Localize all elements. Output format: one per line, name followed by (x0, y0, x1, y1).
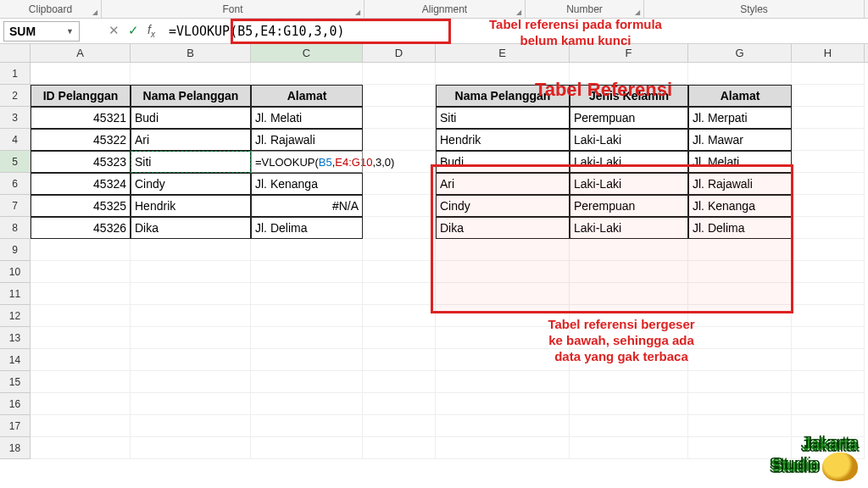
cell-D[interactable] (363, 217, 436, 239)
cell-C[interactable] (251, 305, 363, 327)
ribbon-group-styles[interactable]: Styles (644, 0, 865, 18)
cell-H[interactable] (792, 217, 865, 239)
cell-E[interactable]: Cindy (436, 195, 570, 217)
formula-cancel-button[interactable]: ✕ (108, 23, 120, 38)
cell-B[interactable]: Nama Pelanggan (131, 85, 251, 107)
cell-C[interactable] (251, 371, 363, 393)
cell-F[interactable] (570, 239, 688, 261)
cell-G[interactable]: Jl. Rajawali (688, 173, 792, 195)
cell-B[interactable] (131, 305, 251, 327)
cell-C[interactable]: Jl. Delima (251, 217, 363, 239)
cell-H[interactable] (792, 283, 865, 305)
cell-F[interactable] (570, 415, 688, 437)
cell-F[interactable]: Perempuan (570, 195, 688, 217)
cell-G[interactable] (688, 63, 792, 85)
chevron-down-icon[interactable]: ▼ (66, 27, 74, 36)
row-header-6[interactable]: 6 (0, 173, 31, 195)
row-header-16[interactable]: 16 (0, 393, 31, 415)
cell-A[interactable] (31, 371, 131, 393)
cell-A[interactable]: 45326 (31, 217, 131, 239)
cell-A[interactable] (31, 437, 131, 459)
cell-H[interactable] (792, 63, 865, 85)
cell-C[interactable]: #N/A (251, 195, 363, 217)
row-header-10[interactable]: 10 (0, 261, 31, 283)
cell-D[interactable] (363, 129, 436, 151)
col-header-H[interactable]: H (792, 44, 865, 62)
ribbon-group-font[interactable]: Font◢ (102, 0, 364, 18)
cell-F[interactable] (570, 261, 688, 283)
cell-E[interactable]: Hendrik (436, 129, 570, 151)
cell-D[interactable] (363, 195, 436, 217)
cell-G[interactable] (688, 371, 792, 393)
cell-A[interactable]: 45323 (31, 151, 131, 173)
cell-G[interactable]: Jl. Delima (688, 217, 792, 239)
cell-F[interactable] (570, 371, 688, 393)
cell-D[interactable] (363, 415, 436, 437)
col-header-B[interactable]: B (131, 44, 251, 62)
cell-A[interactable]: ID Pelanggan (31, 85, 131, 107)
cell-C[interactable] (251, 63, 363, 85)
row-header-12[interactable]: 12 (0, 305, 31, 327)
cell-C[interactable]: Jl. Kenanga (251, 173, 363, 195)
cell-B[interactable] (131, 393, 251, 415)
cell-D[interactable] (363, 305, 436, 327)
cell-F[interactable] (570, 437, 688, 459)
cell-F[interactable]: Laki-Laki (570, 217, 688, 239)
cell-A[interactable]: 45325 (31, 195, 131, 217)
cell-B[interactable]: Siti (131, 151, 251, 173)
cell-D[interactable] (363, 371, 436, 393)
cell-G[interactable]: Jl. Merpati (688, 107, 792, 129)
cell-G[interactable]: Jl. Melati (688, 151, 792, 173)
cell-A[interactable] (31, 261, 131, 283)
cell-G[interactable]: Jl. Kenanga (688, 195, 792, 217)
cell-C[interactable]: Jl. Melati (251, 107, 363, 129)
cell-G[interactable] (688, 239, 792, 261)
cell-H[interactable] (792, 85, 865, 107)
col-header-G[interactable]: G (688, 44, 792, 62)
row-header-13[interactable]: 13 (0, 327, 31, 349)
cell-C[interactable] (251, 349, 363, 371)
cell-D[interactable] (363, 327, 436, 349)
cell-D[interactable] (363, 107, 436, 129)
cell-A[interactable]: 45321 (31, 107, 131, 129)
cell-G[interactable] (688, 261, 792, 283)
cell-A[interactable] (31, 349, 131, 371)
cell-H[interactable] (792, 151, 865, 173)
cell-A[interactable] (31, 283, 131, 305)
row-header-14[interactable]: 14 (0, 349, 31, 371)
cell-D[interactable] (363, 261, 436, 283)
cell-B[interactable] (131, 283, 251, 305)
cell-E[interactable] (436, 371, 570, 393)
col-header-C[interactable]: C (251, 44, 363, 62)
cell-G[interactable] (688, 283, 792, 305)
cell-A[interactable] (31, 305, 131, 327)
cell-B[interactable]: Budi (131, 107, 251, 129)
cell-H[interactable] (792, 107, 865, 129)
cell-B[interactable] (131, 415, 251, 437)
cell-G[interactable] (688, 415, 792, 437)
cell-C[interactable] (251, 239, 363, 261)
row-header-17[interactable]: 17 (0, 415, 31, 437)
cell-B[interactable]: Cindy (131, 173, 251, 195)
cell-H[interactable] (792, 129, 865, 151)
cell-D[interactable] (363, 437, 436, 459)
cell-E[interactable] (436, 437, 570, 459)
cell-H[interactable] (792, 327, 865, 349)
cell-G[interactable]: Alamat (688, 85, 792, 107)
cell-F[interactable]: Laki-Laki (570, 173, 688, 195)
cell-B[interactable]: Dika (131, 217, 251, 239)
cell-B[interactable] (131, 349, 251, 371)
cell-E[interactable] (436, 415, 570, 437)
cell-C[interactable] (251, 393, 363, 415)
cell-H[interactable] (792, 261, 865, 283)
row-header-9[interactable]: 9 (0, 239, 31, 261)
cell-F[interactable] (570, 283, 688, 305)
ribbon-group-clipboard[interactable]: Clipboard◢ (0, 0, 102, 18)
cell-F[interactable]: Perempuan (570, 107, 688, 129)
row-header-5[interactable]: 5 (0, 151, 31, 173)
cell-A[interactable] (31, 415, 131, 437)
formula-input[interactable]: =VLOOKUP(B5,E4:G10,3,0) (164, 24, 350, 39)
col-header-A[interactable]: A (31, 44, 131, 62)
cell-H[interactable] (792, 349, 865, 371)
cell-A[interactable] (31, 239, 131, 261)
